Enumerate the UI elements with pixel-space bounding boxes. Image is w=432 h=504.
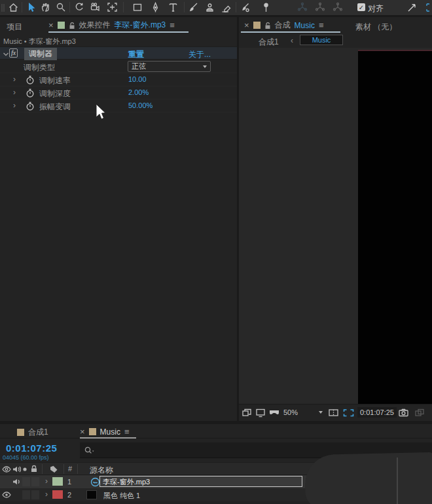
roto-brush-tool-icon[interactable] — [240, 2, 251, 13]
rotation-tool-icon[interactable] — [74, 2, 85, 13]
eraser-tool-icon[interactable] — [221, 2, 232, 13]
clone-stamp-tool-icon[interactable] — [204, 2, 215, 13]
tab-label: Music — [100, 427, 120, 437]
pan-behind-tool-icon[interactable] — [107, 2, 118, 13]
timeline-timecode[interactable]: 0:01:07:25 — [6, 442, 57, 454]
layer-label-swatch[interactable] — [52, 477, 63, 486]
viewer-timecode[interactable]: 0:01:07:25 — [357, 407, 397, 418]
audio-layer-icon — [90, 477, 100, 487]
stopwatch-icon[interactable] — [26, 88, 35, 98]
effect-about-link[interactable]: 关于... — [189, 49, 211, 60]
brush-tool-icon[interactable] — [188, 2, 199, 13]
modulation-type-dropdown[interactable]: 正弦 — [128, 61, 211, 72]
twirl-icon[interactable]: › — [13, 88, 16, 97]
tab-music-timeline[interactable]: × Music ≡ — [80, 427, 130, 437]
toolbar: ✓ 对齐 — [0, 0, 432, 15]
tab-footage[interactable]: 素材 （无） — [355, 22, 397, 33]
panel-menu-icon[interactable]: ≡ — [319, 20, 324, 30]
close-icon[interactable]: × — [48, 22, 54, 29]
default-cursor-icon[interactable] — [406, 2, 418, 13]
collapse-chevron-icon[interactable] — [3, 52, 9, 57]
effect-name[interactable]: 调制器 — [24, 48, 57, 60]
pen-tool-icon[interactable] — [150, 2, 161, 13]
layer-label-swatch[interactable] — [52, 490, 63, 499]
composition-viewer[interactable] — [239, 48, 432, 421]
breadcrumb-back-icon: ‹ — [291, 36, 293, 45]
expand-layer-icon[interactable]: › — [45, 477, 48, 486]
pixel-aspect-icon[interactable] — [328, 408, 340, 418]
home-icon[interactable] — [8, 2, 19, 13]
region-of-interest-icon[interactable] — [342, 408, 355, 418]
lock-icon[interactable] — [30, 465, 38, 473]
comp-swatch — [17, 429, 24, 436]
zoom-chevron-icon[interactable] — [319, 411, 323, 414]
viewer-toolbar: 50% 0:01:07:25 — [239, 404, 432, 421]
stopwatch-icon[interactable] — [26, 75, 35, 85]
layer-name[interactable]: 黑色 纯色 1 — [103, 491, 140, 501]
label-tag-icon[interactable] — [49, 465, 59, 473]
source-name-col[interactable]: 源名称 — [90, 465, 113, 476]
audio-speaker-icon[interactable] — [12, 465, 21, 473]
show-snapshot-icon[interactable] — [414, 408, 425, 418]
panel-menu-icon[interactable]: ≡ — [170, 20, 175, 30]
snapshot-camera-icon[interactable] — [398, 408, 410, 418]
close-icon[interactable]: × — [244, 22, 249, 29]
param-label: 调制速率 — [39, 75, 71, 86]
tab-effect-controls[interactable]: × 效果控件 李琛-窗外.mp3 ≡ — [48, 20, 175, 31]
tab-title: 合成 — [275, 20, 291, 31]
monitor-icon[interactable] — [255, 408, 266, 418]
composition-panel: × 合成 Music ≡ 素材 （无） 合成1 ‹ Music 50% 0:01… — [239, 17, 432, 421]
axis-mode-view-icon[interactable] — [331, 2, 342, 13]
always-preview-icon[interactable] — [242, 408, 253, 418]
composition-canvas[interactable] — [358, 50, 432, 421]
workspace-bracket-icon[interactable] — [424, 2, 432, 13]
active-tab-underline — [80, 437, 136, 439]
text-tool-icon[interactable] — [168, 2, 179, 13]
timeline-frame-info: 04045 (60.00 fps) — [3, 454, 49, 461]
layer-number-col[interactable]: # — [68, 465, 72, 473]
snap-checkbox[interactable]: ✓ — [357, 3, 365, 11]
puppet-pin-tool-icon[interactable] — [261, 2, 272, 13]
comp-swatch — [253, 22, 261, 29]
label-swatch — [58, 22, 65, 29]
zoom-level-value[interactable]: 50% — [283, 408, 298, 416]
panel-menu-icon[interactable]: ≡ — [124, 427, 130, 437]
channel-goggles-icon[interactable] — [268, 408, 281, 418]
camera-tool-icon[interactable] — [90, 2, 101, 13]
solo-icon[interactable] — [22, 465, 27, 473]
solid-thumbnail — [86, 490, 97, 499]
axis-mode-local-icon[interactable] — [296, 2, 307, 13]
twirl-icon[interactable]: › — [13, 101, 16, 110]
video-eye-icon[interactable] — [2, 465, 11, 473]
unlock-icon[interactable] — [69, 22, 75, 29]
rectangle-tool-icon[interactable] — [132, 2, 143, 13]
selection-tool-icon[interactable] — [26, 2, 37, 13]
tab-comp1[interactable]: 合成1 — [17, 427, 48, 438]
param-value[interactable]: 10.00 — [128, 75, 147, 83]
tab-clip-name: 李琛-窗外.mp3 — [115, 20, 166, 31]
tab-project[interactable]: 项目 — [7, 22, 22, 33]
hand-tool-icon[interactable] — [40, 2, 51, 13]
breadcrumb-current[interactable]: Music — [300, 35, 343, 45]
active-tab-underline — [48, 31, 189, 33]
tab-composition[interactable]: × 合成 Music ≡ — [244, 20, 324, 31]
breadcrumb-comp1[interactable]: 合成1 — [259, 37, 279, 48]
video-eye-icon[interactable] — [2, 491, 11, 499]
audio-on-icon[interactable] — [12, 478, 21, 486]
param-label: 调制深度 — [39, 88, 71, 99]
param-value[interactable]: 50.00% — [128, 101, 153, 109]
unlock-icon[interactable] — [264, 22, 271, 29]
effect-breadcrumb: Music • 李琛-窗外.mp3 — [3, 37, 76, 46]
fx-badge-icon[interactable]: fx — [9, 48, 18, 58]
twirl-icon[interactable]: › — [13, 75, 16, 84]
param-label: 振幅变调 — [39, 101, 71, 113]
layer-name[interactable]: 李琛-窗外.mp3 — [99, 476, 302, 487]
close-icon[interactable]: × — [80, 428, 85, 435]
expand-layer-icon[interactable]: › — [45, 490, 48, 499]
axis-mode-world-icon[interactable] — [314, 2, 325, 13]
param-value[interactable]: 2.00% — [128, 88, 149, 96]
stopwatch-icon[interactable] — [26, 101, 35, 111]
zoom-tool-icon[interactable] — [56, 2, 67, 13]
effect-reset-button[interactable]: 重置 — [128, 49, 144, 60]
tab-comp-name: Music — [295, 21, 315, 30]
